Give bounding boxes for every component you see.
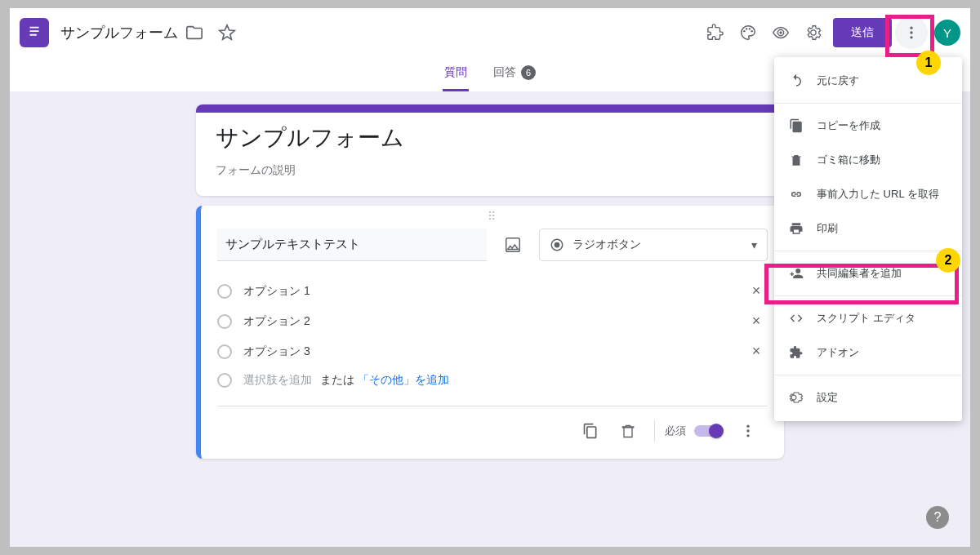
forms-logo[interactable] — [20, 18, 49, 47]
menu-separator — [774, 295, 962, 296]
tab-responses-label: 回答 — [493, 65, 516, 80]
annotation-number-1: 1 — [916, 51, 941, 75]
menu-copy[interactable]: コピーを作成 — [774, 109, 962, 143]
document-title[interactable]: サンプルフォーム — [60, 23, 178, 42]
required-label: 必須 — [665, 424, 686, 438]
add-option-row: 選択肢を追加 または 「その他」を追加 — [217, 366, 768, 401]
svg-point-3 — [751, 30, 752, 32]
menu-prefilled-url[interactable]: 事前入力した URL を取得 — [774, 177, 962, 211]
menu-label: 元に戻す — [817, 73, 859, 88]
help-icon[interactable]: ? — [926, 506, 949, 529]
folder-icon[interactable] — [178, 16, 211, 49]
preview-icon[interactable] — [764, 16, 797, 49]
or-label: または — [320, 373, 354, 388]
add-option-button[interactable]: 選択肢を追加 — [243, 373, 312, 388]
question-title-input[interactable]: サンプルテキストテスト — [217, 229, 487, 261]
menu-label: コピーを作成 — [817, 118, 880, 133]
question-type-label: ラジオボタン — [572, 238, 641, 252]
option-row: オプション 2 × — [217, 306, 768, 336]
option-input[interactable]: オプション 1 — [243, 284, 745, 299]
menu-trash[interactable]: ゴミ箱に移動 — [774, 143, 962, 177]
form-header-card[interactable]: サンプルフォーム フォームの説明 — [196, 104, 784, 196]
star-icon[interactable] — [211, 16, 243, 49]
menu-settings[interactable]: 設定 — [774, 380, 962, 415]
question-footer: 必須 — [217, 406, 768, 459]
option-row: オプション 1 × — [217, 276, 768, 306]
add-image-icon[interactable] — [498, 230, 528, 260]
drag-handle-icon[interactable]: ⠿ — [217, 214, 768, 222]
option-input[interactable]: オプション 2 — [243, 314, 745, 329]
tab-questions[interactable]: 質問 — [443, 57, 469, 91]
menu-label: 共同編集者を追加 — [817, 266, 902, 281]
menu-separator — [774, 375, 962, 375]
menu-addons[interactable]: アドオン — [774, 335, 962, 370]
svg-point-12 — [746, 434, 749, 437]
divider — [654, 420, 655, 442]
annotation-number-2: 2 — [936, 248, 960, 273]
svg-point-4 — [779, 31, 782, 33]
menu-label: 印刷 — [817, 221, 838, 236]
svg-point-11 — [746, 429, 749, 432]
menu-label: スクリプト エディタ — [817, 311, 915, 326]
addons-icon[interactable] — [699, 16, 732, 49]
form-description-input[interactable]: フォームの説明 — [216, 163, 764, 178]
tab-responses[interactable]: 回答 6 — [492, 57, 537, 91]
option-row: オプション 3 × — [217, 336, 768, 366]
svg-point-10 — [746, 425, 749, 428]
radio-icon — [217, 284, 232, 299]
remove-option-icon[interactable]: × — [745, 282, 768, 300]
delete-icon[interactable] — [612, 415, 644, 447]
menu-separator — [774, 251, 962, 251]
menu-label: アドオン — [817, 345, 859, 360]
settings-icon[interactable] — [797, 16, 830, 49]
remove-option-icon[interactable]: × — [745, 313, 768, 330]
more-menu-button[interactable] — [895, 16, 928, 49]
svg-point-1 — [746, 28, 747, 29]
menu-script-editor[interactable]: スクリプト エディタ — [774, 301, 962, 335]
svg-point-9 — [555, 242, 560, 248]
radio-icon — [217, 314, 232, 329]
option-input[interactable]: オプション 3 — [243, 344, 745, 359]
remove-option-icon[interactable]: × — [745, 343, 768, 360]
menu-separator — [774, 103, 962, 104]
menu-label: ゴミ箱に移動 — [817, 153, 880, 167]
menu-label: 事前入力した URL を取得 — [817, 187, 939, 202]
more-menu: 元に戻す コピーを作成 ゴミ箱に移動 事前入力した URL を取得 印刷 共同編… — [774, 57, 962, 421]
add-other-button[interactable]: 「その他」を追加 — [358, 373, 449, 388]
palette-icon[interactable] — [732, 16, 764, 49]
question-more-icon[interactable] — [732, 415, 764, 447]
radio-icon — [217, 373, 232, 388]
required-toggle[interactable] — [694, 425, 722, 437]
menu-print[interactable]: 印刷 — [774, 211, 962, 246]
form-title-input[interactable]: サンプルフォーム — [216, 122, 764, 153]
radio-icon — [217, 344, 232, 359]
svg-point-5 — [910, 27, 912, 29]
send-button[interactable]: 送信 — [833, 18, 892, 47]
caret-down-icon: ▾ — [751, 238, 757, 251]
svg-point-6 — [910, 31, 912, 33]
question-card[interactable]: ⠿ サンプルテキストテスト ラジオボタン ▾ オプション 1 × — [196, 206, 784, 459]
response-count-badge: 6 — [521, 65, 536, 80]
menu-add-collaborators[interactable]: 共同編集者を追加 — [774, 256, 962, 291]
account-avatar[interactable]: Y — [934, 20, 960, 46]
question-type-select[interactable]: ラジオボタン ▾ — [539, 229, 768, 261]
svg-point-7 — [910, 36, 912, 38]
header-bar: サンプルフォーム 送信 Y — [10, 8, 970, 57]
menu-label: 設定 — [817, 390, 838, 405]
svg-point-0 — [743, 30, 745, 32]
duplicate-icon[interactable] — [574, 415, 607, 447]
svg-point-2 — [749, 28, 751, 29]
